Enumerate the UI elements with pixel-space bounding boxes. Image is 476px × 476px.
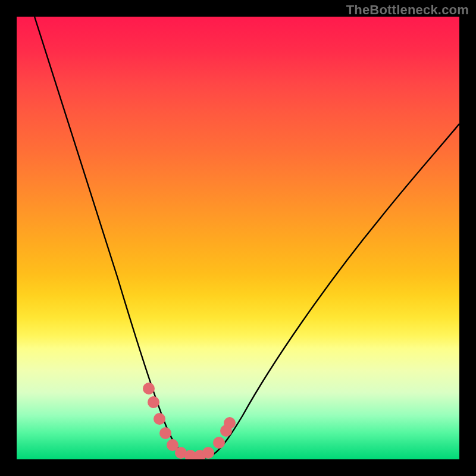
svg-point-3 bbox=[159, 427, 171, 439]
svg-point-8 bbox=[202, 447, 214, 459]
svg-point-2 bbox=[154, 413, 165, 425]
highlight-marks bbox=[143, 383, 236, 459]
svg-point-1 bbox=[148, 396, 159, 408]
chart-svg bbox=[17, 17, 459, 459]
svg-point-9 bbox=[213, 437, 225, 449]
bottleneck-curve bbox=[35, 17, 459, 458]
watermark-text: TheBottleneck.com bbox=[346, 2, 469, 18]
chart-frame: TheBottleneck.com bbox=[0, 0, 476, 476]
svg-point-11 bbox=[224, 417, 236, 429]
svg-point-0 bbox=[143, 383, 155, 394]
